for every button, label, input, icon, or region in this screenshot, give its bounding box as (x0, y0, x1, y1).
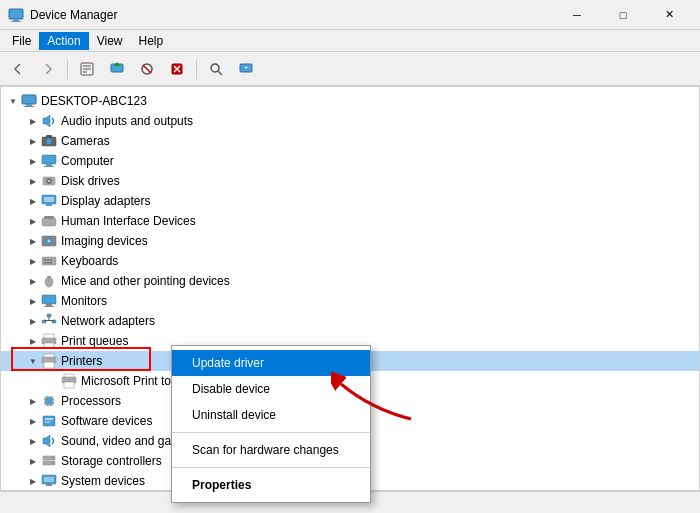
computer-expander[interactable] (25, 153, 41, 169)
printers-icon (41, 353, 57, 369)
tree-item-monitors[interactable]: Monitors (1, 291, 699, 311)
context-menu-update-driver[interactable]: Update driver (172, 350, 370, 376)
sound-icon (41, 433, 57, 449)
svg-rect-19 (26, 104, 32, 106)
svg-point-81 (52, 457, 54, 459)
svg-point-46 (47, 276, 51, 278)
software-expander[interactable] (25, 413, 41, 429)
context-menu-separator-2 (172, 467, 370, 468)
system-expander[interactable] (25, 473, 41, 489)
svg-line-10 (143, 65, 151, 73)
cameras-icon (41, 133, 57, 149)
svg-rect-32 (44, 197, 54, 202)
svg-point-38 (48, 240, 51, 243)
tree-item-hid[interactable]: Human Interface Devices (1, 211, 699, 231)
toolbar-properties-button[interactable] (73, 56, 101, 82)
tree-item-keyboards[interactable]: Keyboards (1, 251, 699, 271)
computer-label: Computer (61, 154, 114, 168)
menu-view[interactable]: View (89, 32, 131, 50)
svg-rect-39 (42, 257, 56, 265)
root-label: DESKTOP-ABC123 (41, 94, 147, 108)
tree-item-disk[interactable]: Disk drives (1, 171, 699, 191)
menu-help[interactable]: Help (131, 32, 172, 50)
printq-label: Print queues (61, 334, 128, 348)
svg-rect-74 (46, 398, 52, 404)
toolbar-update-button[interactable] (103, 56, 131, 82)
toolbar-scan-button[interactable] (202, 56, 230, 82)
svg-rect-73 (50, 405, 52, 406)
hid-expander[interactable] (25, 213, 41, 229)
system-icon (41, 473, 57, 489)
imaging-expander[interactable] (25, 233, 41, 249)
disk-label: Disk drives (61, 174, 120, 188)
disk-expander[interactable] (25, 173, 41, 189)
toolbar-forward-button[interactable] (34, 56, 62, 82)
printq-expander[interactable] (25, 333, 41, 349)
tree-root[interactable]: DESKTOP-ABC123 (1, 91, 699, 111)
context-menu-uninstall-device[interactable]: Uninstall device (172, 402, 370, 428)
root-icon (21, 93, 37, 109)
sound-expander[interactable] (25, 433, 41, 449)
minimize-button[interactable]: ─ (554, 0, 600, 30)
svg-rect-20 (24, 106, 34, 107)
svg-rect-58 (44, 343, 54, 348)
imaging-label: Imaging devices (61, 234, 148, 248)
disable-icon (139, 61, 155, 77)
svg-point-23 (46, 139, 52, 145)
context-menu-properties[interactable]: Properties (172, 472, 370, 498)
svg-rect-66 (44, 399, 45, 401)
svg-rect-18 (22, 95, 36, 104)
printers-expander[interactable] (25, 353, 41, 369)
storage-label: Storage controllers (61, 454, 162, 468)
menu-file[interactable]: File (4, 32, 39, 50)
context-menu-disable-device[interactable]: Disable device (172, 376, 370, 402)
toolbar-uninstall-button[interactable] (163, 56, 191, 82)
disk-icon (41, 173, 57, 189)
audio-expander[interactable] (25, 113, 41, 129)
tree-item-mice[interactable]: Mice and other pointing devices (1, 271, 699, 291)
toolbar-disable-button[interactable] (133, 56, 161, 82)
display-label: Display adapters (61, 194, 150, 208)
storage-expander[interactable] (25, 453, 41, 469)
close-button[interactable]: ✕ (646, 0, 692, 30)
svg-rect-47 (42, 295, 56, 304)
toolbar-separator-2 (196, 59, 197, 79)
context-menu-scan-hardware[interactable]: Scan for hardware changes (172, 437, 370, 463)
tree-item-imaging[interactable]: Imaging devices (1, 231, 699, 251)
tree-item-cameras[interactable]: Cameras (1, 131, 699, 151)
svg-rect-35 (44, 216, 54, 219)
cameras-expander[interactable] (25, 133, 41, 149)
svg-rect-1 (13, 19, 19, 21)
keyboards-expander[interactable] (25, 253, 41, 269)
display-expander[interactable] (25, 193, 41, 209)
title-bar: Device Manager ─ □ ✕ (0, 0, 700, 30)
processors-icon (41, 393, 57, 409)
svg-rect-24 (46, 135, 52, 138)
processors-expander[interactable] (25, 393, 41, 409)
display-icon (41, 193, 57, 209)
tree-item-audio[interactable]: Audio inputs and outputs (1, 111, 699, 131)
network-expander[interactable] (25, 313, 41, 329)
svg-point-14 (211, 64, 219, 72)
mice-expander[interactable] (25, 273, 41, 289)
main-area: DESKTOP-ABC123 Audio inputs and outputs (0, 86, 700, 491)
maximize-button[interactable]: □ (600, 0, 646, 30)
svg-marker-78 (43, 435, 50, 447)
scan-icon (208, 61, 224, 77)
tree-item-computer[interactable]: Computer (1, 151, 699, 171)
toolbar-add-button[interactable]: + (232, 56, 260, 82)
svg-rect-70 (47, 396, 49, 397)
pdf-printer-expander (45, 373, 61, 389)
menu-action[interactable]: Action (39, 32, 88, 50)
toolbar-back-button[interactable] (4, 56, 32, 82)
svg-rect-50 (47, 314, 51, 317)
monitors-expander[interactable] (25, 293, 41, 309)
tree-item-network[interactable]: Network adapters (1, 311, 699, 331)
root-expander[interactable] (5, 93, 21, 109)
svg-rect-69 (53, 402, 54, 404)
context-menu-separator-1 (172, 432, 370, 433)
svg-rect-43 (44, 262, 52, 264)
forward-icon (41, 62, 55, 76)
tree-item-display[interactable]: Display adapters (1, 191, 699, 211)
svg-rect-41 (47, 259, 49, 261)
